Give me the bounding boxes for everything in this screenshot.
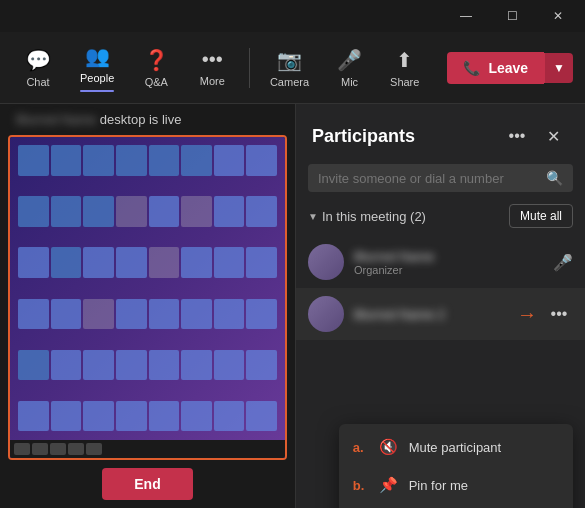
nav-camera-label: Camera — [270, 76, 309, 88]
nav-items-left: 💬 Chat 👥 People ❓ Q&A ••• More — [12, 36, 241, 100]
arrow-indicator: → — [517, 303, 537, 326]
desktop-icon — [214, 145, 245, 176]
desktop-icon — [116, 145, 147, 176]
active-indicator — [80, 90, 114, 92]
panel-close-button[interactable]: ✕ — [537, 120, 569, 152]
nav-chat[interactable]: 💬 Chat — [12, 36, 64, 100]
maximize-button[interactable]: ☐ — [489, 0, 535, 32]
desktop-icon — [18, 299, 49, 330]
desktop-icon — [116, 247, 147, 278]
panel-header: Participants ••• ✕ — [296, 104, 585, 160]
desktop-icon — [214, 350, 245, 381]
desktop-icon — [51, 247, 82, 278]
nav-more-label: More — [200, 75, 225, 87]
mute-all-button[interactable]: Mute all — [509, 204, 573, 228]
taskbar-item — [14, 443, 30, 455]
meeting-section-left: ▼ In this meeting (2) — [308, 209, 426, 224]
desktop-icon — [18, 350, 49, 381]
desktop-icon — [149, 196, 180, 227]
menu-item-remove-group[interactable]: c. 👥 Remove from event group — [339, 504, 573, 508]
section-label: In this meeting (2) — [322, 209, 426, 224]
menu-label-pin: Pin for me — [409, 478, 468, 493]
desktop-icon — [246, 145, 277, 176]
desktop-icon — [18, 145, 49, 176]
close-button[interactable]: ✕ — [535, 0, 581, 32]
menu-item-mute[interactable]: a. 🔇 Mute participant — [339, 428, 573, 466]
nav-qna-label: Q&A — [145, 76, 168, 88]
left-content: Blurred Name desktop is live — [0, 104, 295, 508]
desktop-icon — [51, 196, 82, 227]
minimize-button[interactable]: — — [443, 0, 489, 32]
menu-label-mute: Mute participant — [409, 440, 502, 455]
participant-info: Blurred Name Organizer — [354, 249, 543, 276]
leave-button[interactable]: 📞 Leave — [447, 52, 544, 84]
nav-mic[interactable]: 🎤 Mic — [325, 40, 374, 96]
top-nav: 💬 Chat 👥 People ❓ Q&A ••• More 📷 Camera … — [0, 32, 585, 104]
avatar — [308, 244, 344, 280]
chat-icon: 💬 — [26, 48, 51, 72]
desktop-icon — [51, 350, 82, 381]
avatar-image — [308, 244, 344, 280]
desktop-icon — [246, 247, 277, 278]
nav-divider — [249, 48, 250, 88]
desktop-icon — [181, 350, 212, 381]
participant-actions: → ••• — [517, 300, 573, 328]
desktop-icon — [246, 196, 277, 227]
desktop-icon — [214, 247, 245, 278]
desktop-icon — [51, 145, 82, 176]
desktop-icon — [116, 299, 147, 330]
pin-icon: 📌 — [379, 476, 399, 494]
desktop-icon — [149, 401, 180, 432]
menu-alpha-b: b. — [353, 478, 369, 493]
end-button[interactable]: End — [102, 468, 192, 500]
desktop-icon — [181, 401, 212, 432]
taskbar — [10, 440, 285, 458]
desktop-icon — [83, 247, 114, 278]
nav-more[interactable]: ••• More — [186, 36, 238, 100]
desktop-icon — [18, 247, 49, 278]
share-icon: ⬆ — [396, 48, 413, 72]
taskbar-item — [32, 443, 48, 455]
nav-qna[interactable]: ❓ Q&A — [130, 36, 182, 100]
desktop-icon — [51, 401, 82, 432]
search-input[interactable] — [318, 171, 538, 186]
nav-share[interactable]: ⬆ Share — [378, 40, 431, 96]
avatar-image — [308, 296, 344, 332]
desktop-icon — [246, 401, 277, 432]
leave-phone-icon: 📞 — [463, 60, 480, 76]
more-icon: ••• — [202, 48, 223, 71]
desktop-icon — [18, 401, 49, 432]
avatar — [308, 296, 344, 332]
desktop-icon — [181, 247, 212, 278]
desktop-icon — [83, 145, 114, 176]
desktop-icon — [181, 145, 212, 176]
mute-participant-icon: 🔇 — [379, 438, 399, 456]
screen-preview — [8, 135, 287, 460]
desktop-icon — [246, 350, 277, 381]
leave-chevron-button[interactable]: ▼ — [544, 53, 573, 83]
nav-camera[interactable]: 📷 Camera — [258, 40, 321, 96]
title-bar: — ☐ ✕ — [0, 0, 585, 32]
desktop-grid — [10, 137, 285, 458]
section-toggle-icon[interactable]: ▼ — [308, 211, 318, 222]
menu-alpha-a: a. — [353, 440, 369, 455]
desktop-icon — [149, 299, 180, 330]
participant-item: Blurred Name 2 → ••• — [296, 288, 585, 340]
nav-people[interactable]: 👥 People — [68, 36, 126, 100]
participants-panel: Participants ••• ✕ 🔍 ▼ In this meeting (… — [295, 104, 585, 508]
search-bar: 🔍 — [308, 164, 573, 192]
desktop-icon — [18, 196, 49, 227]
menu-item-pin[interactable]: b. 📌 Pin for me — [339, 466, 573, 504]
taskbar-item — [86, 443, 102, 455]
desktop-icon — [246, 299, 277, 330]
desktop-icon — [181, 196, 212, 227]
people-icon: 👥 — [85, 44, 110, 68]
end-btn-wrapper: End — [0, 460, 295, 508]
participant-name: Blurred Name 2 — [354, 307, 507, 322]
desktop-icon — [149, 145, 180, 176]
participant-more-button[interactable]: ••• — [545, 300, 573, 328]
panel-more-button[interactable]: ••• — [501, 120, 533, 152]
panel-header-actions: ••• ✕ — [501, 120, 569, 152]
desktop-icon — [116, 401, 147, 432]
leave-btn-group: 📞 Leave ▼ — [447, 52, 573, 84]
